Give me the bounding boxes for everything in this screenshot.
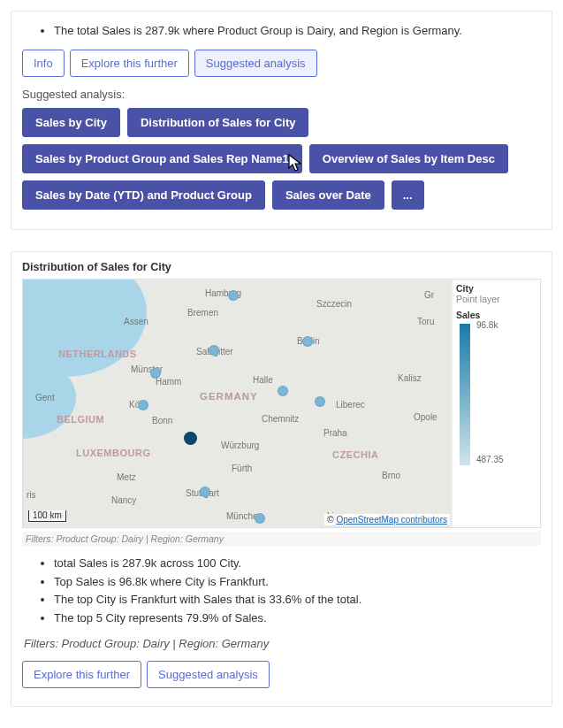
label-assen: Assen (124, 317, 148, 326)
legend-max: 96.8k (476, 320, 498, 330)
map-scale: 100 km (28, 510, 66, 522)
label-halle: Halle (253, 375, 273, 385)
label-liberec: Liberec (336, 400, 365, 410)
label-germany: GERMANY (200, 391, 258, 402)
suggestion-overview-item-desc[interactable]: Overview of Sales by Item Desc (309, 144, 508, 173)
explore-further-button[interactable]: Explore this further (22, 661, 141, 688)
label-belgium: BELGIUM (57, 414, 104, 425)
city-point-stuttgart[interactable] (200, 487, 210, 497)
insight-item: The top City is Frankfurt with Sales tha… (54, 591, 541, 609)
chart-title: Distribution of Sales for City (22, 261, 541, 273)
info-button[interactable]: Info (22, 50, 65, 77)
legend-layer-sub: Point layer (456, 294, 536, 304)
suggestion-sales-over-date[interactable]: Sales over Date (272, 180, 384, 210)
legend-min: 487.35 (476, 455, 504, 464)
filters-caption: Filters: Product Group: Dairy | Region: … (22, 532, 541, 546)
label-szczecin: Szczecin (316, 299, 352, 309)
suggestion-distribution-sales-city[interactable]: Distribution of Sales for City (127, 108, 309, 137)
legend-gradient-icon (460, 324, 470, 465)
map-legend: City Point layer Sales 96.8k 487.35 (452, 280, 540, 527)
city-point-hamburg[interactable] (228, 290, 239, 301)
detail-insights: total Sales is 287.9k across 100 City. T… (22, 555, 541, 628)
city-point-berlin[interactable] (302, 336, 313, 347)
detail-action-row: Explore this further Suggested analysis (22, 661, 541, 688)
label-metz: Metz (117, 472, 136, 482)
suggested-title: Suggested analysis: (22, 88, 541, 101)
map-canvas[interactable]: NETHERLANDS BELGIUM LUXEMBOURG GERMANY C… (23, 280, 452, 527)
label-furth: Fürth (232, 464, 252, 473)
label-gent: Gent (35, 393, 55, 402)
label-toru: Toru (417, 317, 434, 326)
suggestion-row-1: Sales by City Distribution of Sales for … (22, 108, 541, 137)
suggestion-row-3: Sales by Date (YTD) and Product Group Sa… (22, 180, 541, 210)
legend-measure: Sales (456, 310, 536, 320)
city-point-liberec[interactable] (315, 396, 325, 407)
suggestion-more-button[interactable]: ... (392, 180, 424, 210)
city-point-munster[interactable] (150, 368, 161, 379)
label-netherlands: NETHERLANDS (58, 349, 137, 359)
insight-item: Top Sales is 96.8k where City is Frankfu… (54, 573, 541, 592)
label-gr: Gr (424, 290, 434, 300)
osm-link[interactable]: OpenStreetMap contributors (336, 515, 447, 525)
label-czechia: CZECHIA (332, 449, 378, 460)
suggestion-row-2: Sales by Product Group and Sales Rep Nam… (22, 144, 541, 173)
map-container: NETHERLANDS BELGIUM LUXEMBOURG GERMANY C… (22, 279, 541, 528)
filters-line: Filters: Product Group: Dairy | Region: … (24, 637, 541, 650)
suggestion-sales-date-ytd-group[interactable]: Sales by Date (YTD) and Product Group (22, 180, 265, 210)
insight-item: The top 5 City represents 79.9% of Sales… (54, 609, 541, 628)
explore-further-button[interactable]: Explore this further (70, 50, 189, 77)
label-chemnitz: Chemnitz (262, 414, 299, 424)
label-bonn: Bonn (152, 416, 172, 425)
label-kalisz: Kalisz (398, 373, 422, 383)
insight-bullet: The total Sales is 287.9k where Product … (54, 22, 541, 41)
label-wurzburg: Würzburg (221, 441, 259, 450)
insight-bullets: The total Sales is 287.9k where Product … (22, 22, 541, 41)
suggestion-sales-by-city[interactable]: Sales by City (22, 108, 120, 137)
suggested-analysis-button[interactable]: Suggested analysis (194, 50, 317, 77)
label-praha: Praha (323, 428, 347, 438)
city-point-salzgitter[interactable] (209, 345, 219, 356)
city-point-halle[interactable] (278, 386, 288, 396)
label-opole: Opole (414, 412, 437, 422)
label-ris: ris (27, 490, 36, 500)
label-brno: Brno (382, 471, 400, 480)
insight-item: total Sales is 287.9k across 100 City. (54, 555, 541, 573)
legend-layer-title: City (456, 283, 536, 294)
label-bremen: Bremen (187, 308, 218, 318)
city-point-koln[interactable] (138, 400, 148, 410)
suggestion-sales-by-group-rep[interactable]: Sales by Product Group and Sales Rep Nam… (22, 144, 302, 173)
insight-panel: The total Sales is 287.9k where Product … (11, 11, 552, 230)
label-nancy: Nancy (111, 495, 136, 505)
suggested-analysis-button[interactable]: Suggested analysis (147, 661, 270, 688)
label-luxembourg: LUXEMBOURG (76, 448, 150, 458)
map-attribution: © OpenStreetMap contributors (324, 514, 450, 525)
city-point-munchen[interactable] (255, 513, 265, 524)
detail-panel: Distribution of Sales for City NETHERLAN… (11, 251, 552, 707)
action-row: Info Explore this further Suggested anal… (22, 50, 541, 77)
label-hamm: Hamm (156, 377, 181, 387)
city-point-frankfurt[interactable] (184, 432, 197, 445)
